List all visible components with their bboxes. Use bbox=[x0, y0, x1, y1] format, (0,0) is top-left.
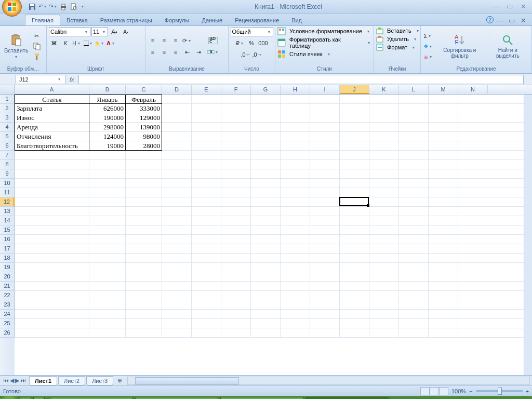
taskbar-item-1[interactable]: 🎵 49. 049 Jay Sean Fea… bbox=[50, 397, 133, 399]
copy-icon[interactable] bbox=[32, 42, 42, 51]
fill-color-icon[interactable]: ▾ bbox=[95, 38, 105, 48]
quick-launch-ie[interactable]: 🌐 bbox=[20, 397, 31, 399]
cell-styles-button[interactable]: Стили ячеек ▾ bbox=[277, 50, 331, 58]
tab-home[interactable]: Главная bbox=[25, 15, 60, 25]
row-header[interactable]: 16 bbox=[0, 235, 15, 244]
cut-icon[interactable]: ✂ bbox=[32, 31, 42, 41]
row-header[interactable]: 26 bbox=[0, 328, 15, 338]
row-header[interactable]: 12 bbox=[0, 197, 15, 207]
row-header[interactable]: 11 bbox=[0, 188, 15, 197]
sort-filter-button[interactable]: АЯ Сортировка и фильтр bbox=[434, 33, 485, 60]
col-header[interactable]: I bbox=[310, 85, 340, 94]
data-cell[interactable]: 298000 bbox=[89, 123, 126, 132]
col-header[interactable]: J bbox=[340, 85, 369, 94]
fx-icon[interactable]: fx bbox=[70, 76, 74, 83]
thousand-icon[interactable]: 000 bbox=[258, 38, 269, 48]
tab-layout[interactable]: Разметка страницы bbox=[94, 15, 158, 25]
data-cell[interactable]: Благотворительность bbox=[15, 141, 89, 151]
row-header[interactable]: 14 bbox=[0, 216, 15, 225]
find-select-button[interactable]: Найти и выделить bbox=[486, 33, 529, 60]
row-header[interactable]: 20 bbox=[0, 272, 15, 282]
data-cell[interactable]: Статья bbox=[15, 95, 89, 104]
hscrollbar[interactable] bbox=[127, 377, 530, 385]
tab-formulas[interactable]: Формулы bbox=[158, 15, 196, 25]
mdi-restore[interactable]: ▭ bbox=[507, 16, 516, 24]
fill-icon[interactable]: ▾ bbox=[423, 42, 433, 51]
row-header[interactable]: 23 bbox=[0, 300, 15, 310]
number-format-combo[interactable]: Общий▾ bbox=[231, 27, 273, 36]
quick-launch-desktop[interactable]: 🖥 bbox=[33, 397, 45, 399]
wrap-text-icon[interactable]: abc bbox=[207, 36, 219, 45]
font-name-combo[interactable]: Calibri▾ bbox=[49, 27, 90, 36]
align-center-icon[interactable]: ≡ bbox=[159, 47, 169, 57]
row-header[interactable]: 17 bbox=[0, 244, 15, 254]
col-header[interactable]: M bbox=[429, 85, 458, 94]
align-top-icon[interactable]: ≡ bbox=[148, 36, 158, 45]
cond-format-button[interactable]: Условное форматирование ▾ bbox=[277, 27, 371, 35]
col-header[interactable]: G bbox=[251, 85, 281, 94]
row-header[interactable]: 3 bbox=[0, 113, 15, 123]
delete-cells-button[interactable]: Удалить ▾ bbox=[376, 35, 418, 43]
data-cell[interactable]: 124000 bbox=[89, 132, 126, 141]
col-header[interactable]: K bbox=[369, 85, 399, 94]
bold-icon[interactable]: Ж bbox=[49, 38, 59, 48]
data-cell[interactable]: 626000 bbox=[89, 104, 126, 113]
sheet-nav-next[interactable]: ▶ bbox=[15, 377, 19, 384]
mdi-close[interactable]: ✕ bbox=[518, 16, 528, 24]
data-cell[interactable]: 129000 bbox=[126, 113, 162, 123]
data-cell[interactable]: Износ bbox=[15, 113, 89, 123]
redo-icon[interactable]: ↷▾ bbox=[49, 3, 57, 11]
zoom-level[interactable]: 100% bbox=[451, 388, 466, 394]
row-header[interactable]: 25 bbox=[0, 319, 15, 328]
col-header[interactable]: F bbox=[221, 85, 251, 94]
clear-icon[interactable]: ▾ bbox=[423, 52, 433, 61]
sheet-tab-1[interactable]: Лист1 bbox=[29, 376, 57, 385]
view-break-icon[interactable] bbox=[439, 387, 448, 395]
row-header[interactable]: 4 bbox=[0, 123, 15, 132]
sheet-nav-first[interactable]: ⏮ bbox=[3, 377, 9, 384]
help-icon[interactable]: ? bbox=[486, 16, 494, 23]
row-header[interactable]: 21 bbox=[0, 282, 15, 291]
select-all-corner[interactable] bbox=[0, 85, 15, 94]
data-cell[interactable]: Аренда bbox=[15, 123, 89, 132]
col-header[interactable]: D bbox=[162, 85, 192, 94]
row-header[interactable]: 18 bbox=[0, 254, 15, 263]
row-header[interactable]: 6 bbox=[0, 141, 15, 151]
col-header[interactable]: E bbox=[192, 85, 221, 94]
data-cell[interactable]: 333000 bbox=[126, 104, 162, 113]
tab-view[interactable]: Вид bbox=[285, 15, 308, 25]
data-cell[interactable]: 190000 bbox=[89, 113, 126, 123]
view-layout-icon[interactable] bbox=[430, 387, 439, 395]
row-header[interactable]: 10 bbox=[0, 179, 15, 188]
row-header[interactable]: 1 bbox=[0, 95, 15, 104]
indent-dec-icon[interactable]: ⇤ bbox=[182, 47, 192, 57]
grow-font-icon[interactable]: A▴ bbox=[109, 27, 119, 36]
minimize-button[interactable]: — bbox=[491, 3, 501, 11]
align-middle-icon[interactable]: ≡ bbox=[159, 36, 169, 45]
data-cell[interactable]: Январь bbox=[89, 95, 126, 104]
col-header[interactable]: L bbox=[399, 85, 429, 94]
tab-data[interactable]: Данные bbox=[195, 15, 229, 25]
start-button[interactable] bbox=[0, 396, 19, 399]
col-header[interactable]: A bbox=[15, 85, 89, 94]
row-header[interactable]: 2 bbox=[0, 104, 15, 113]
dec-dec-icon[interactable]: ,0→ bbox=[252, 50, 263, 59]
indent-inc-icon[interactable]: ⇥ bbox=[193, 47, 204, 57]
zoom-out-icon[interactable]: − bbox=[469, 388, 472, 394]
sheet-nav-last[interactable]: ⏭ bbox=[20, 377, 26, 384]
vscrollbar[interactable] bbox=[524, 95, 532, 375]
merge-icon[interactable]: a▾ bbox=[207, 47, 219, 57]
col-header[interactable]: C bbox=[126, 85, 162, 94]
insert-cells-button[interactable]: Вставить ▾ bbox=[376, 27, 420, 34]
taskbar-item-2[interactable]: 📘 24 - Microsoft Word bbox=[135, 397, 218, 399]
preview-icon[interactable] bbox=[70, 3, 78, 11]
taskbar-item-4[interactable]: 📗 Microsoft Excel - Книга1 bbox=[305, 397, 389, 399]
close-button[interactable]: ✕ bbox=[518, 3, 528, 11]
data-cell[interactable]: Февраль bbox=[126, 95, 162, 104]
dec-inc-icon[interactable]: ,0← bbox=[241, 50, 251, 59]
name-box[interactable]: J12▾ bbox=[16, 75, 65, 84]
align-left-icon[interactable]: ≡ bbox=[148, 47, 158, 57]
zoom-in-icon[interactable]: + bbox=[526, 388, 529, 394]
save-icon[interactable] bbox=[28, 3, 36, 11]
qat-dropdown-icon[interactable]: ▾ bbox=[80, 3, 85, 11]
